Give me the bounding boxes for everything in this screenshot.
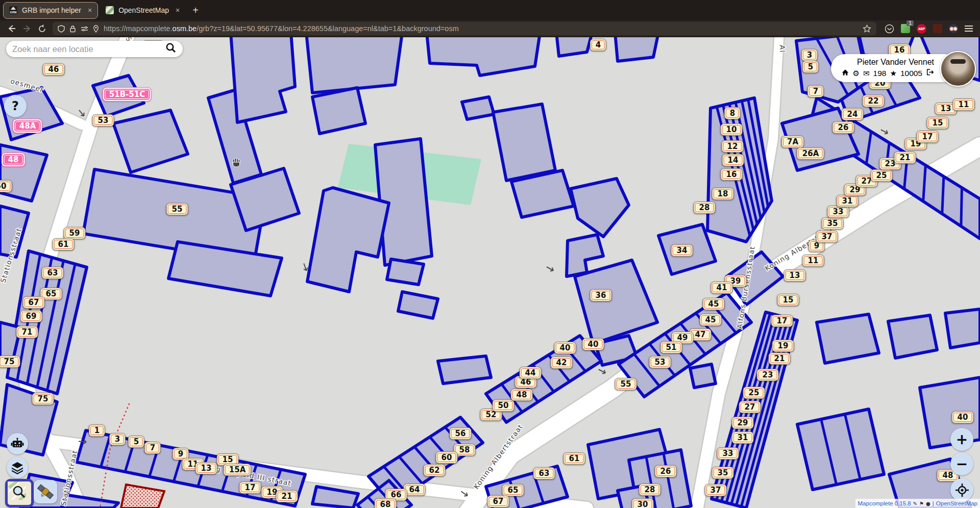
housenumber-badge[interactable]: 53 <box>92 114 114 126</box>
osm-extension-icon[interactable] <box>949 24 958 33</box>
housenumber-badge[interactable]: 42 <box>551 357 573 369</box>
housenumber-badge[interactable]: 13 <box>195 462 217 474</box>
map-attribution[interactable]: Mapcomplete 0.15.8 ✎ ⚑ ● | OpenStreetMap <box>855 499 980 508</box>
housenumber-badge[interactable]: 21 <box>769 352 791 365</box>
back-icon[interactable] <box>7 24 16 33</box>
help-button[interactable]: ? <box>4 95 27 117</box>
housenumber-badge[interactable]: 51 <box>660 341 682 353</box>
housenumber-badge[interactable]: 15 <box>777 294 799 306</box>
housenumber-badge[interactable]: 11 <box>953 98 975 111</box>
search-icon[interactable] <box>165 42 177 56</box>
housenumber-badge[interactable]: 5 <box>802 61 819 73</box>
housenumber-badge[interactable]: 55 <box>166 203 188 215</box>
housenumber-badge[interactable]: 63 <box>42 267 64 279</box>
tab-openstreetmap[interactable]: OpenStreetMap × <box>100 3 185 18</box>
home-icon[interactable] <box>841 68 849 78</box>
housenumber-badge[interactable]: 75 <box>0 355 20 368</box>
housenumber-badge[interactable]: 7 <box>144 442 161 454</box>
tab-close-icon[interactable]: × <box>176 6 180 14</box>
housenumber-badge[interactable]: 48 <box>511 389 533 401</box>
new-tab-button[interactable]: + <box>192 5 199 16</box>
housenumber-badge[interactable]: 45 <box>703 298 725 310</box>
location-search[interactable]: Zoek naar een locatie <box>6 41 183 57</box>
housenumber-badge[interactable]: 26A <box>797 147 824 160</box>
housenumber-badge[interactable]: 10 <box>721 123 743 136</box>
housenumber-badge[interactable]: 21 <box>276 490 298 502</box>
housenumber-badge[interactable]: 40 <box>952 411 974 423</box>
housenumber-badge[interactable]: 61 <box>564 452 585 465</box>
zoom-out-button[interactable]: − <box>950 452 973 475</box>
housenumber-badge[interactable]: 19 <box>772 340 794 352</box>
housenumber-badge[interactable]: 65 <box>502 484 524 496</box>
housenumber-badge[interactable]: 3 <box>109 433 126 445</box>
housenumber-badge[interactable]: 60 <box>436 451 458 464</box>
housenumber-badge[interactable]: 34 <box>671 244 693 257</box>
housenumber-badge[interactable]: 63 <box>533 467 555 479</box>
import-housenumber-badge[interactable]: 48 <box>2 153 25 166</box>
import-housenumber-badge[interactable]: 48A <box>13 119 42 133</box>
bookmark-star-icon[interactable] <box>863 24 871 33</box>
housenumber-badge[interactable]: 7 <box>807 85 824 97</box>
housenumber-badge[interactable]: 21 <box>894 151 916 164</box>
housenumber-badge[interactable]: 29 <box>732 417 754 429</box>
background-osm-button[interactable] <box>5 479 34 507</box>
tab-grb-import-helper[interactable]: GRB GRB import helper × <box>3 2 98 19</box>
housenumber-badge[interactable]: 27 <box>739 401 761 413</box>
housenumber-badge[interactable]: 15A <box>224 464 251 476</box>
housenumber-badge[interactable]: 33 <box>827 206 849 218</box>
permissions-icon[interactable] <box>81 26 88 32</box>
housenumber-badge[interactable]: 44 <box>520 367 542 379</box>
housenumber-badge[interactable]: 35 <box>822 217 844 230</box>
forward-icon[interactable] <box>22 24 32 33</box>
housenumber-badge[interactable]: 56 <box>450 427 472 440</box>
housenumber-badge[interactable]: 71 <box>16 326 38 338</box>
housenumber-badge[interactable]: 15 <box>927 117 949 129</box>
settings-gear-icon[interactable]: ⚙ <box>853 69 860 78</box>
housenumber-badge[interactable]: 23 <box>757 369 779 381</box>
url-bar[interactable]: https://mapcomplete.osm.be/grb?z=19&lat=… <box>53 22 876 35</box>
map-canvas[interactable]: StationsstraatStationsstraatStaoesmeerKo… <box>0 37 980 508</box>
housenumber-badge[interactable]: 53 <box>649 356 671 368</box>
housenumber-badge[interactable]: 1 <box>89 424 105 437</box>
location-pin-icon[interactable] <box>93 25 99 33</box>
import-robot-button[interactable] <box>7 433 28 454</box>
user-avatar[interactable] <box>940 51 976 87</box>
shield-icon[interactable] <box>58 25 65 33</box>
layers-button[interactable] <box>7 457 28 478</box>
reload-icon[interactable] <box>38 24 46 33</box>
zoom-in-button[interactable]: + <box>950 428 973 451</box>
consent-extension-icon[interactable] <box>933 24 942 33</box>
housenumber-badge[interactable]: 26 <box>655 465 677 477</box>
menu-icon[interactable] <box>965 26 973 32</box>
housenumber-badge[interactable]: 37 <box>816 231 838 243</box>
housenumber-badge[interactable]: 18 <box>712 188 734 200</box>
housenumber-badge[interactable]: 5 <box>128 436 144 448</box>
housenumber-badge[interactable]: 31 <box>732 431 754 444</box>
user-panel[interactable]: Pieter Vander Vennet ⚙ ✉ 198 ★ 10005 <box>831 54 959 82</box>
housenumber-badge[interactable]: 46 <box>43 63 65 75</box>
housenumber-badge[interactable]: 50 <box>0 180 12 192</box>
background-satellite-button[interactable] <box>34 480 57 503</box>
housenumber-badge[interactable]: 24 <box>842 108 864 120</box>
housenumber-badge[interactable]: 17 <box>771 315 793 327</box>
housenumber-badge[interactable]: 45 <box>700 314 722 326</box>
housenumber-badge[interactable]: 13 <box>784 269 806 282</box>
housenumber-badge[interactable]: 40 <box>582 338 604 350</box>
housenumber-badge[interactable]: 3 <box>801 49 818 61</box>
housenumber-badge[interactable]: 16 <box>721 168 743 181</box>
import-housenumber-badge[interactable]: 51B-51C <box>103 88 151 101</box>
geolocate-button[interactable] <box>950 478 973 501</box>
housenumber-badge[interactable]: 7A <box>781 136 804 148</box>
housenumber-badge[interactable]: 22 <box>863 95 885 107</box>
messages-envelope-icon[interactable]: ✉ <box>863 69 870 78</box>
housenumber-badge[interactable]: 50 <box>493 399 514 412</box>
housenumber-badge[interactable]: 75 <box>32 393 54 405</box>
housenumber-badge[interactable]: 25 <box>743 387 765 399</box>
tab-close-icon[interactable]: × <box>88 6 92 14</box>
housenumber-badge[interactable]: 26 <box>832 121 854 134</box>
housenumber-badge[interactable]: 62 <box>424 464 446 476</box>
housenumber-badge[interactable]: 28 <box>694 201 716 214</box>
housenumber-badge[interactable]: 17 <box>917 131 939 143</box>
housenumber-badge[interactable]: 61 <box>53 238 75 250</box>
housenumber-badge[interactable]: 11 <box>802 255 824 267</box>
